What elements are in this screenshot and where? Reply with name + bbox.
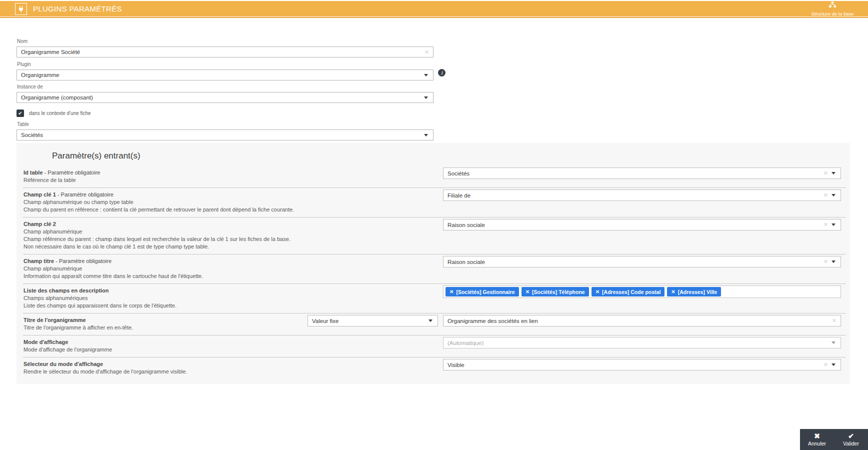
info-icon[interactable]: i [438, 69, 446, 76]
titre-text-input[interactable]: Organigramme des sociétés en lien ✕ [443, 315, 841, 326]
chip-remove-icon[interactable]: ✕ [450, 289, 454, 294]
chip-remove-icon[interactable]: ✕ [596, 289, 600, 294]
structure-de-la-base-button[interactable]: Structure de la base [805, 2, 860, 16]
context-checkbox[interactable]: ✔ [16, 110, 24, 117]
validate-check-icon: ✔ [848, 432, 854, 440]
param-description: Mode d'affichage de l'organigramme [24, 346, 414, 354]
param-description: Rendre le sélecteur du mode d'affichage … [24, 368, 414, 376]
chip-remove-icon[interactable]: ✕ [526, 289, 530, 294]
header-bar: PLUGINS PARAMÉTRÉS Structure de la base [0, 1, 868, 16]
param-title: Champ clé 2 [24, 220, 414, 228]
chevron-down-icon [832, 194, 836, 196]
clear-icon[interactable]: ✕ [824, 170, 828, 176]
param-description: Information qui apparaît comme titre dan… [24, 272, 414, 280]
table-value: Sociétés [21, 132, 43, 138]
parameters-panel: Paramètre(s) entrant(s) Id table - Param… [16, 143, 850, 384]
param-description: Champ alphanumérique [24, 228, 414, 236]
cancel-button[interactable]: ✖ Annuler [800, 429, 834, 450]
instance-label: Instance de [17, 84, 434, 90]
validate-button[interactable]: ✔ Valider [834, 429, 868, 450]
footer-action-bar: ✖ Annuler ✔ Valider [800, 429, 868, 450]
clear-icon[interactable]: ✕ [824, 192, 828, 198]
param-description: Champ référence du parent : champ dans l… [24, 236, 414, 243]
clear-icon[interactable]: ✕ [824, 362, 828, 368]
chevron-down-icon [832, 224, 836, 226]
param-description: Champ du parent en référence : contient … [24, 206, 414, 214]
param-title: Id table - Paramètre obligatoire [24, 169, 414, 176]
check-icon: ✔ [18, 110, 22, 116]
param-description: Champ alphanumérique [24, 265, 414, 272]
clear-icon[interactable]: ✕ [424, 49, 429, 56]
param-row-liste-champs: Liste des champs en description Champs a… [24, 284, 846, 314]
chip-remove-icon[interactable]: ✕ [671, 289, 675, 294]
param-title: Champ titre - Paramètre obligatoire [24, 258, 414, 265]
chevron-down-icon [832, 260, 836, 263]
param-description: Champs alphanumériques [24, 294, 414, 302]
champ-cle-1-select[interactable]: Filiale de ✕ [443, 190, 841, 201]
chip-adresses-code-postal[interactable]: ✕[Adresses] Code postal [592, 287, 665, 296]
clear-icon[interactable]: ✕ [832, 318, 836, 324]
page-title: PLUGINS PARAMÉTRÉS [33, 4, 122, 13]
sitemap-icon [829, 1, 836, 10]
param-description: Champ alphanumérique ou champ type table [24, 198, 414, 206]
id-table-select[interactable]: Sociétés ✕ [443, 168, 841, 179]
chip-adresses-ville[interactable]: ✕[Adresses] Ville [667, 287, 721, 296]
chip-societes-telephone[interactable]: ✕[Sociétés] Téléphone [522, 287, 589, 296]
instance-value: Organigramme (composant) [21, 94, 93, 100]
structure-label: Structure de la base [811, 11, 854, 16]
param-row-mode-affichage: Mode d'affichage Mode d'affichage de l'o… [24, 336, 846, 358]
table-select[interactable]: Sociétés [16, 130, 434, 140]
instance-select[interactable]: Organigramme (composant) [16, 92, 434, 103]
chevron-down-icon [832, 172, 836, 174]
param-description: Non nécessaire dans le cas où le champ c… [24, 243, 414, 250]
table-label: Table [17, 122, 434, 127]
clear-icon[interactable]: ✕ [824, 258, 828, 265]
champ-titre-select[interactable]: Raison sociale ✕ [443, 256, 841, 268]
nom-value: Organigramme Société [21, 49, 80, 55]
clear-icon[interactable]: ✕ [824, 222, 828, 228]
param-title: Champ clé 1 - Paramètre obligatoire [24, 191, 414, 198]
chevron-down-icon [424, 96, 428, 99]
param-row-champ-titre: Champ titre - Paramètre obligatoire Cham… [24, 254, 846, 284]
param-row-id-table: Id table - Paramètre obligatoire Référen… [24, 166, 846, 188]
param-title: Mode d'affichage [24, 338, 414, 346]
param-description: Référence de la table [24, 176, 414, 184]
titre-mode-select[interactable]: Valeur fixe [308, 315, 438, 326]
cancel-x-icon: ✖ [814, 432, 820, 440]
plugin-value: Organigramme [21, 72, 60, 78]
selecteur-mode-select[interactable]: Visible ✕ [443, 359, 841, 370]
plug-icon [15, 3, 27, 15]
param-row-champ-cle-1: Champ clé 1 - Paramètre obligatoire Cham… [24, 188, 846, 218]
context-checkbox-label: dans le contexte d'une fiche [29, 110, 91, 116]
chevron-down-icon [428, 320, 432, 322]
chip-societes-gestionnaire[interactable]: ✕[Sociétés] Gestionnaire [446, 287, 519, 296]
param-title: Sélecteur du mode d'affichage [24, 360, 414, 368]
mode-affichage-select: (Automatique) [443, 337, 841, 348]
param-title: Liste des champs en description [24, 287, 414, 294]
champs-description-multiselect[interactable]: ✕[Sociétés] Gestionnaire ✕[Sociétés] Tél… [443, 286, 841, 298]
champ-cle-2-select[interactable]: Raison sociale ✕ [443, 219, 841, 230]
chevron-down-icon [832, 342, 836, 344]
nom-label: Nom [17, 38, 434, 44]
context-checkbox-row: ✔ dans le contexte d'une fiche [16, 110, 434, 117]
param-row-titre-organigramme: Titre de l'organigramme Titre de l'organ… [24, 314, 846, 336]
param-row-champ-cle-2: Champ clé 2 Champ alphanumérique Champ r… [24, 218, 846, 254]
chevron-down-icon [424, 74, 428, 76]
plugin-select[interactable]: Organigramme [16, 70, 434, 80]
chevron-down-icon [832, 364, 836, 366]
nom-input[interactable]: Organigramme Société ✕ [16, 46, 434, 58]
plugin-form: Nom Organigramme Société ✕ Plugin Organi… [16, 38, 434, 140]
param-description: Liste des champs qui apparaissent dans l… [24, 302, 414, 310]
section-title: Paramètre(s) entrant(s) [52, 151, 846, 161]
chevron-down-icon [424, 134, 428, 136]
plugin-label: Plugin [17, 62, 434, 67]
param-row-selecteur-mode: Sélecteur du mode d'affichage Rendre le … [24, 358, 846, 379]
main-content: Nom Organigramme Société ✕ Plugin Organi… [0, 18, 868, 384]
